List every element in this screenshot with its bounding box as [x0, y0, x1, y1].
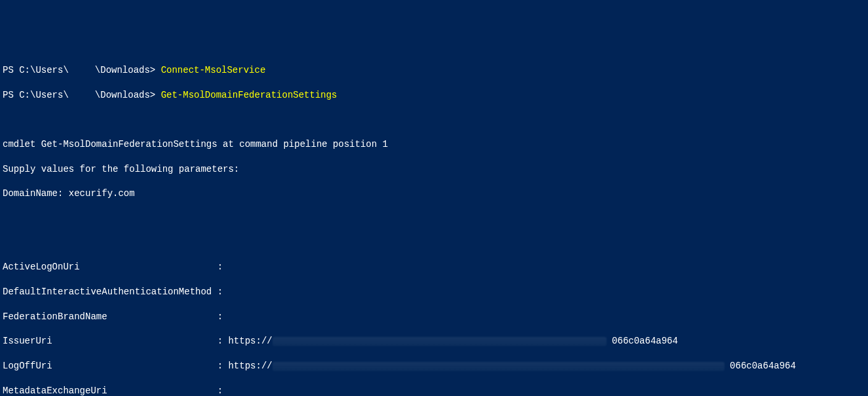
url-prefix: https://	[228, 361, 272, 371]
setting-activelogonuri: ActiveLogOnUri :	[3, 261, 865, 273]
terminal-output[interactable]: PS C:\Users\\Downloads> Connect-MsolServ…	[3, 52, 865, 396]
setting-value: https:// 066c0a64a964	[228, 335, 865, 347]
prompt-prefix: PS C:\Users\	[3, 64, 69, 77]
setting-value	[228, 261, 865, 273]
setting-value	[228, 286, 865, 298]
url-prefix: https://	[228, 336, 272, 346]
prompt-suffix: \Downloads>	[95, 89, 161, 102]
redacted-username	[69, 89, 95, 98]
setting-value	[228, 385, 865, 396]
setting-key: ActiveLogOnUri :	[3, 261, 228, 273]
setting-metadataexchange: MetadataExchangeUri :	[3, 385, 865, 396]
setting-key: LogOffUri :	[3, 360, 228, 372]
pipeline-line-1: cmdlet Get-MsolDomainFederationSettings …	[3, 138, 865, 151]
setting-logoffuri: LogOffUri : https:// 066c0a64a964	[3, 360, 865, 372]
setting-key: DefaultInteractiveAuthenticationMethod :	[3, 286, 228, 298]
setting-defaultauth: DefaultInteractiveAuthenticationMethod :	[3, 286, 865, 298]
prompt-prefix: PS C:\Users\	[3, 89, 69, 102]
url-suffix: 066c0a64a964	[730, 361, 796, 371]
setting-key: IssuerUri :	[3, 335, 228, 347]
setting-issueruri: IssuerUri : https:// 066c0a64a964	[3, 335, 865, 347]
blank-line	[3, 237, 865, 248]
pipeline-line-2: Supply values for the following paramete…	[3, 163, 865, 176]
blank-line	[3, 114, 865, 126]
prompt-line-2: PS C:\Users\\Downloads> Get-MsolDomainFe…	[3, 89, 865, 102]
command-1: Connect-MsolService	[161, 64, 266, 77]
redacted-url	[273, 362, 725, 371]
setting-key: MetadataExchangeUri :	[3, 385, 228, 396]
setting-key: FederationBrandName :	[3, 311, 228, 323]
blank-line	[3, 212, 865, 224]
command-2: Get-MsolDomainFederationSettings	[161, 89, 337, 102]
url-suffix: 066c0a64a964	[612, 336, 678, 346]
prompt-suffix: \Downloads>	[95, 64, 161, 77]
redacted-username	[69, 64, 95, 73]
prompt-line-1: PS C:\Users\\Downloads> Connect-MsolServ…	[3, 64, 865, 77]
setting-value: https:// 066c0a64a964	[228, 360, 865, 372]
redacted-url	[273, 337, 607, 346]
setting-value	[228, 311, 865, 323]
setting-federationbrand: FederationBrandName :	[3, 311, 865, 323]
pipeline-line-3: DomainName: xecurify.com	[3, 188, 865, 200]
